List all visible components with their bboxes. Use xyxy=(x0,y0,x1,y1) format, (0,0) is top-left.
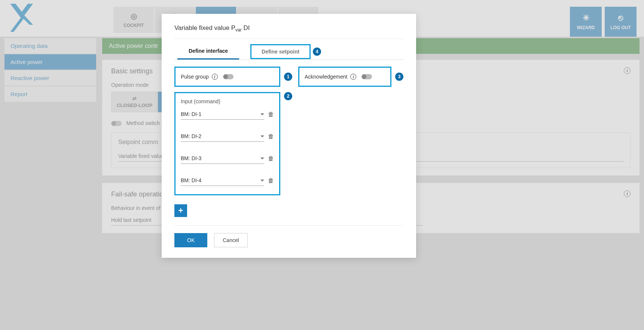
delete-icon[interactable]: 🗑 xyxy=(268,177,274,184)
step-badge-4: 4 xyxy=(313,48,321,56)
input-select-4[interactable]: BM: DI-4 xyxy=(181,175,264,186)
cancel-button[interactable]: Cancel xyxy=(214,233,248,247)
pulse-group-panel: Pulse group i xyxy=(174,67,280,87)
modal-title: Variable fixed value Pvar DI xyxy=(174,24,403,39)
input-command-panel: Input (command) BM: DI-1 🗑 BM: DI-2 🗑 BM… xyxy=(174,92,280,195)
modal-footer: OK Cancel xyxy=(174,225,403,247)
acknowledgement-label: Acknowledgement xyxy=(305,74,347,80)
info-icon[interactable]: i xyxy=(212,74,218,80)
step-badge-2: 2 xyxy=(284,92,292,100)
delete-icon[interactable]: 🗑 xyxy=(268,111,274,118)
step-badge-1: 1 xyxy=(284,73,292,81)
acknowledgement-panel: Acknowledgement i xyxy=(298,67,391,87)
input-select-3[interactable]: BM: DI-3 xyxy=(181,153,264,164)
input-command-title: Input (command) xyxy=(181,98,274,104)
pulse-group-toggle[interactable] xyxy=(223,74,234,79)
delete-icon[interactable]: 🗑 xyxy=(268,155,274,162)
acknowledgement-toggle[interactable] xyxy=(361,74,372,79)
chevron-down-icon xyxy=(260,135,264,137)
input-select-2[interactable]: BM: DI-2 xyxy=(181,131,264,142)
add-input-button[interactable]: + xyxy=(174,204,187,217)
chevron-down-icon xyxy=(260,158,264,159)
info-icon[interactable]: i xyxy=(350,74,356,80)
input-select-1[interactable]: BM: DI-1 xyxy=(181,109,264,120)
chevron-down-icon xyxy=(260,180,264,181)
step-badge-3: 3 xyxy=(395,73,403,81)
ok-button[interactable]: OK xyxy=(174,233,207,247)
chevron-down-icon xyxy=(260,113,264,115)
delete-icon[interactable]: 🗑 xyxy=(268,133,274,140)
modal-tabs: Define interface Define setpoint 4 xyxy=(174,43,403,60)
variable-fixed-value-modal: Variable fixed value Pvar DI Define inte… xyxy=(162,14,416,258)
tab-define-setpoint[interactable]: Define setpoint xyxy=(250,44,311,59)
tab-define-interface[interactable]: Define interface xyxy=(177,43,239,59)
pulse-group-label: Pulse group xyxy=(181,74,209,80)
